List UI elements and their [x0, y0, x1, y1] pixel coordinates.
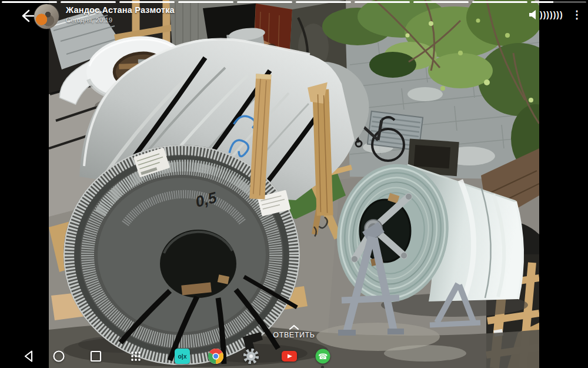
- status-segment: [178, 1, 233, 3]
- svg-text:o|x: o|x: [178, 353, 186, 360]
- youtube-app-shortcut[interactable]: [282, 349, 297, 364]
- nav-home-button[interactable]: [51, 349, 66, 364]
- app-grid-icon: [128, 349, 143, 364]
- status-segment: [237, 1, 292, 3]
- whatsapp-icon: ☎: [315, 349, 330, 364]
- nav-recents-button[interactable]: [88, 349, 103, 364]
- status-header: Жандос Астана Размотка Сегодня, 20:19 ))…: [0, 0, 588, 35]
- nav-back-button[interactable]: [22, 349, 37, 364]
- whatsapp-status-viewer: 0,5: [0, 0, 588, 368]
- olx-icon: o|x: [175, 349, 190, 364]
- contact-name: Жандос Астана Размотка: [66, 5, 175, 15]
- nav-recents-icon: [88, 349, 103, 364]
- reply-label: ОТВЕТИТЬ: [235, 331, 353, 339]
- svg-text:☎: ☎: [318, 352, 328, 361]
- status-segment: [355, 1, 410, 3]
- olx-app-shortcut[interactable]: o|x: [175, 349, 190, 364]
- youtube-icon: [282, 349, 297, 364]
- chrome-app-shortcut[interactable]: [208, 349, 223, 364]
- status-segment: [61, 1, 116, 3]
- status-segment: [119, 1, 175, 3]
- status-segment: [296, 1, 351, 3]
- contact-avatar[interactable]: [34, 4, 59, 29]
- status-segment: [413, 1, 469, 3]
- status-timestamp: Сегодня, 20:19: [66, 16, 175, 24]
- gear-icon: [243, 349, 259, 364]
- status-segment: [2, 1, 57, 3]
- kebab-menu-button[interactable]: ⋮: [572, 7, 581, 22]
- app-drawer-button[interactable]: [128, 349, 143, 364]
- active-app-indicator: [321, 366, 324, 368]
- nav-home-icon: [51, 349, 66, 364]
- chrome-icon: [208, 349, 223, 364]
- speaker-icon: [527, 8, 539, 21]
- reply-control[interactable]: ОТВЕТИТЬ: [235, 324, 353, 339]
- nav-back-icon: [22, 349, 37, 364]
- android-taskbar: o|x: [0, 346, 588, 368]
- settings-app-shortcut[interactable]: [243, 349, 259, 364]
- sound-on-indicator[interactable]: ))))))): [527, 8, 563, 21]
- status-segment: [531, 1, 586, 3]
- chevron-up-icon: [289, 324, 299, 330]
- status-progress-bar: [2, 1, 586, 3]
- contact-info[interactable]: Жандос Астана Размотка Сегодня, 20:19: [66, 5, 175, 24]
- whatsapp-app-shortcut[interactable]: ☎: [315, 349, 330, 364]
- status-segment: [472, 1, 527, 3]
- sound-waves: ))))))): [540, 10, 563, 19]
- status-media[interactable]: 0,5: [49, 0, 539, 368]
